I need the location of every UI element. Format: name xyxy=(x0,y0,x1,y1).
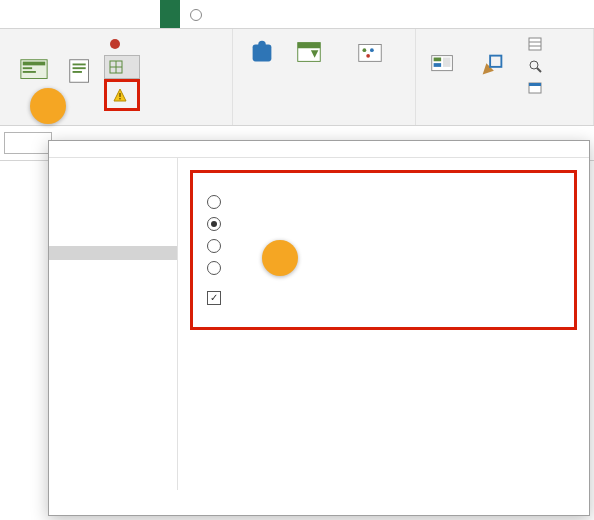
svg-point-21 xyxy=(363,48,367,52)
svg-point-22 xyxy=(370,48,374,52)
record-icon xyxy=(108,37,122,51)
excel-addins-icon xyxy=(294,37,324,67)
bulb-icon xyxy=(190,9,202,21)
callout-1 xyxy=(30,88,66,124)
radio-disable-no-notify[interactable] xyxy=(207,195,560,209)
svg-rect-36 xyxy=(529,83,541,86)
svg-rect-3 xyxy=(23,71,36,73)
radio-icon xyxy=(207,195,221,209)
tab-developer[interactable] xyxy=(160,0,180,28)
view-code-icon xyxy=(528,59,542,73)
svg-point-16 xyxy=(258,41,266,49)
addins-button[interactable] xyxy=(239,33,285,73)
svg-rect-26 xyxy=(434,63,442,67)
warning-icon xyxy=(113,88,127,102)
svg-rect-13 xyxy=(119,93,120,97)
side-addins[interactable] xyxy=(49,218,177,232)
macros-button[interactable] xyxy=(62,52,100,92)
svg-rect-5 xyxy=(73,64,86,66)
trust-center-dialog xyxy=(48,140,590,516)
svg-rect-18 xyxy=(298,43,321,49)
svg-point-33 xyxy=(530,61,538,69)
tab-formulas[interactable] xyxy=(80,0,100,28)
dialog-sidebar xyxy=(49,158,178,490)
radio-icon xyxy=(207,217,221,231)
excel-addins-button[interactable] xyxy=(285,33,333,73)
side-message-bar[interactable] xyxy=(49,274,177,288)
grid-icon xyxy=(109,60,123,74)
visual-basic-icon xyxy=(19,56,49,86)
radio-enable-all[interactable] xyxy=(207,261,560,275)
view-code-button[interactable] xyxy=(524,55,550,77)
visual-basic-button[interactable] xyxy=(6,52,62,92)
side-external-content[interactable] xyxy=(49,288,177,302)
tab-review[interactable] xyxy=(120,0,140,28)
insert-control-button[interactable] xyxy=(422,46,464,86)
tab-home[interactable] xyxy=(20,0,40,28)
side-trusted-publishers[interactable] xyxy=(49,162,177,176)
properties-button[interactable] xyxy=(524,33,550,55)
side-trusted-locations[interactable] xyxy=(49,176,177,190)
name-box[interactable] xyxy=(4,132,52,154)
callout-2 xyxy=(262,240,298,276)
radio-disable-notify[interactable] xyxy=(207,217,560,231)
radio-icon xyxy=(207,239,221,253)
svg-point-8 xyxy=(110,39,120,49)
side-macro-settings[interactable] xyxy=(49,246,177,260)
svg-rect-30 xyxy=(529,38,541,50)
svg-rect-6 xyxy=(73,67,86,69)
side-privacy[interactable] xyxy=(49,316,177,330)
svg-rect-20 xyxy=(359,45,382,62)
properties-icon xyxy=(528,37,542,51)
svg-rect-27 xyxy=(443,58,451,67)
side-file-block[interactable] xyxy=(49,302,177,316)
svg-rect-1 xyxy=(23,62,46,66)
check-trust-vba[interactable] xyxy=(207,291,560,305)
dialog-title xyxy=(49,141,589,158)
com-addins-icon xyxy=(355,37,385,67)
com-addins-button[interactable] xyxy=(333,33,407,73)
side-trusted-addin-catalogs[interactable] xyxy=(49,204,177,218)
design-mode-icon xyxy=(477,50,507,80)
radio-icon xyxy=(207,261,221,275)
side-activex[interactable] xyxy=(49,232,177,246)
tab-view[interactable] xyxy=(140,0,160,28)
svg-point-23 xyxy=(366,54,370,58)
side-trusted-documents[interactable] xyxy=(49,190,177,204)
svg-rect-14 xyxy=(119,98,120,99)
use-relative-button[interactable] xyxy=(104,55,140,79)
svg-rect-7 xyxy=(73,71,82,73)
side-protected-view[interactable] xyxy=(49,260,177,274)
design-mode-button[interactable] xyxy=(464,46,520,86)
run-dialog-icon xyxy=(528,81,542,95)
svg-rect-25 xyxy=(434,58,442,62)
tab-file[interactable] xyxy=(0,0,20,28)
addins-icon xyxy=(247,37,277,67)
record-macro-button[interactable] xyxy=(104,33,140,55)
svg-marker-28 xyxy=(483,63,494,74)
svg-rect-2 xyxy=(23,67,32,69)
macro-security-button[interactable] xyxy=(104,79,140,111)
run-dialog-button[interactable] xyxy=(524,77,550,99)
svg-line-34 xyxy=(537,68,541,72)
tab-insert[interactable] xyxy=(40,0,60,28)
checkbox-icon xyxy=(207,291,221,305)
macros-icon xyxy=(66,56,96,86)
tab-tell-me[interactable] xyxy=(180,0,216,28)
svg-rect-29 xyxy=(490,56,501,67)
tab-data[interactable] xyxy=(100,0,120,28)
insert-control-icon xyxy=(428,50,458,80)
tab-page-layout[interactable] xyxy=(60,0,80,28)
radio-disable-unsigned[interactable] xyxy=(207,239,560,253)
